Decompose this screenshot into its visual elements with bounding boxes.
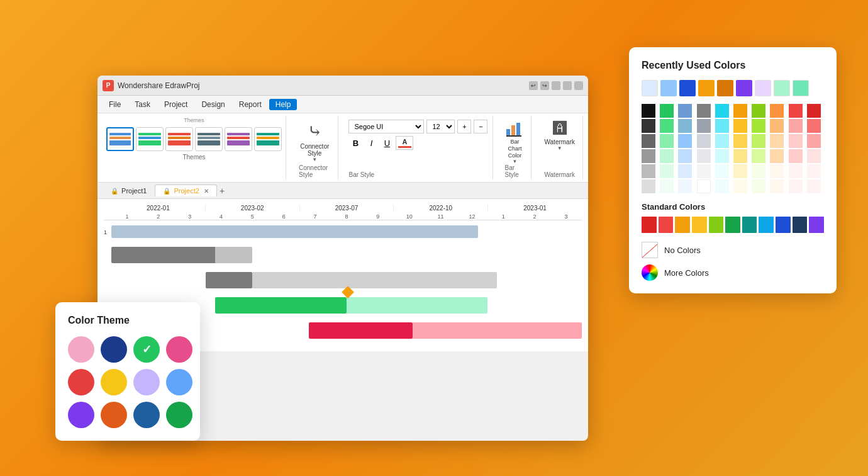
- ru-swatch-9[interactable]: [793, 80, 809, 96]
- palette-gray2[interactable]: [697, 119, 711, 133]
- tab-close-btn[interactable]: ✕: [204, 188, 209, 195]
- palette-green2[interactable]: [660, 119, 674, 133]
- menu-design[interactable]: Design: [195, 99, 231, 110]
- theme-swatch-8[interactable]: [166, 369, 192, 395]
- gantt-bar-4-green[interactable]: [215, 297, 347, 314]
- gantt-bar-5-light[interactable]: [413, 322, 582, 339]
- palette-gray3[interactable]: [642, 149, 655, 163]
- palette-verypalebl[interactable]: [678, 164, 692, 178]
- palette-blue2[interactable]: [678, 119, 692, 133]
- std-purple[interactable]: [809, 217, 824, 233]
- theme-btn-6[interactable]: [254, 127, 282, 151]
- palette-lightred[interactable]: [807, 134, 821, 148]
- palette-nearwhiteblue[interactable]: [678, 179, 692, 193]
- palette-gray[interactable]: [697, 104, 711, 118]
- palette-pink[interactable]: [789, 119, 803, 133]
- palette-lightlime[interactable]: [752, 134, 765, 148]
- redo-btn[interactable]: ↪: [540, 81, 549, 90]
- palette-red2[interactable]: [807, 104, 821, 118]
- more-colors-row[interactable]: More Colors: [642, 264, 824, 281]
- std-yellow[interactable]: [692, 217, 707, 233]
- palette-verypink[interactable]: [807, 164, 821, 178]
- palette-veryorange[interactable]: [770, 164, 784, 178]
- ru-swatch-5[interactable]: [717, 80, 733, 96]
- tab-add-btn[interactable]: +: [220, 186, 225, 196]
- palette-cyan2[interactable]: [715, 119, 729, 133]
- palette-nearwhitegreen[interactable]: [660, 179, 674, 193]
- palette-verycyan[interactable]: [715, 164, 729, 178]
- tab-project2[interactable]: 🔒 Project2 ✕: [155, 184, 216, 196]
- std-orange[interactable]: [675, 217, 690, 233]
- palette-palered[interactable]: [807, 149, 821, 163]
- palette-lime[interactable]: [752, 104, 765, 118]
- bar-chart-dropdown-arrow[interactable]: ▼: [513, 159, 518, 164]
- palette-nearwhitecyan[interactable]: [715, 179, 729, 193]
- tab-project1[interactable]: 🔒 Project1: [103, 184, 155, 196]
- palette-nearwhitered[interactable]: [789, 179, 803, 193]
- maximize-btn[interactable]: [563, 81, 572, 90]
- palette-white[interactable]: [697, 179, 711, 193]
- menu-task[interactable]: Task: [128, 99, 157, 110]
- theme-swatch-9[interactable]: [68, 402, 94, 428]
- font-name-select[interactable]: Segoe UI: [348, 120, 424, 133]
- palette-lime2[interactable]: [752, 119, 765, 133]
- palette-darkgray[interactable]: [642, 119, 655, 133]
- theme-swatch-12[interactable]: [166, 402, 192, 428]
- bold-btn[interactable]: B: [348, 136, 362, 150]
- theme-swatch-3[interactable]: [133, 336, 160, 363]
- palette-mint[interactable]: [660, 134, 674, 148]
- std-red2[interactable]: [659, 217, 674, 233]
- gantt-bar-2-light[interactable]: [215, 247, 253, 263]
- font-size-select[interactable]: 12: [426, 120, 455, 133]
- palette-palecyan[interactable]: [715, 149, 729, 163]
- palette-medgray[interactable]: [642, 134, 655, 148]
- palette-lightpink[interactable]: [789, 134, 803, 148]
- italic-btn[interactable]: I: [364, 136, 378, 150]
- undo-btn[interactable]: ↩: [529, 81, 538, 90]
- palette-blue1[interactable]: [678, 104, 692, 118]
- palette-black[interactable]: [642, 104, 655, 118]
- gantt-bar-4-light[interactable]: [347, 297, 487, 314]
- palette-paleblue[interactable]: [678, 149, 692, 163]
- palette-veryyell[interactable]: [733, 164, 747, 178]
- palette-palelime[interactable]: [752, 149, 765, 163]
- palette-nearwhiteorange[interactable]: [770, 179, 784, 193]
- palette-nearwhiteyell[interactable]: [733, 179, 747, 193]
- std-blue[interactable]: [776, 217, 791, 233]
- theme-swatch-7[interactable]: [133, 369, 160, 395]
- palette-paleyellow[interactable]: [733, 149, 747, 163]
- minimize-btn[interactable]: [552, 81, 560, 90]
- ru-swatch-6[interactable]: [736, 80, 752, 96]
- more-options-btn[interactable]: [574, 81, 583, 90]
- no-colors-row[interactable]: No Colors: [642, 242, 824, 258]
- palette-gray4[interactable]: [642, 164, 655, 178]
- theme-swatch-10[interactable]: [101, 402, 127, 428]
- theme-swatch-11[interactable]: [133, 402, 160, 428]
- palette-red[interactable]: [789, 104, 803, 118]
- palette-verylime[interactable]: [752, 164, 765, 178]
- palette-lightgray[interactable]: [697, 134, 711, 148]
- std-teal[interactable]: [742, 217, 757, 233]
- ru-swatch-1[interactable]: [642, 80, 658, 96]
- palette-red3[interactable]: [807, 119, 821, 133]
- bar-chart-color-btn[interactable]: Bar ChartColor ▼: [504, 118, 525, 164]
- palette-verylightgr[interactable]: [697, 164, 711, 178]
- palette-palegray[interactable]: [697, 149, 711, 163]
- theme-swatch-6[interactable]: [101, 369, 127, 395]
- watermark-btn[interactable]: 🅰 Watermark ▼: [544, 118, 575, 151]
- ru-swatch-7[interactable]: [755, 80, 771, 96]
- connector-dropdown-arrow[interactable]: ▼: [312, 157, 317, 162]
- theme-btn-2[interactable]: [136, 127, 164, 151]
- menu-file[interactable]: File: [103, 99, 127, 110]
- gantt-bar-5-red[interactable]: [309, 322, 413, 339]
- palette-gray5[interactable]: [642, 179, 655, 193]
- std-cyan[interactable]: [759, 217, 774, 233]
- ru-swatch-3[interactable]: [679, 80, 696, 96]
- theme-btn-4[interactable]: [195, 127, 223, 151]
- palette-verypalegr[interactable]: [660, 164, 674, 178]
- font-increase-btn[interactable]: +: [457, 120, 471, 133]
- palette-lightblue[interactable]: [678, 134, 692, 148]
- std-green[interactable]: [725, 217, 740, 233]
- std-navy[interactable]: [793, 217, 808, 233]
- palette-peach[interactable]: [770, 119, 784, 133]
